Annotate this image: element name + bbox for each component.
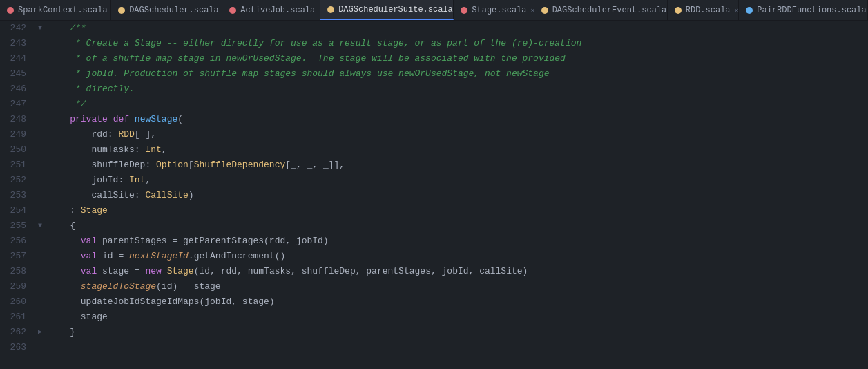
tab-DAGScheduler-scala[interactable]: DAGScheduler.scala✕ — [111, 0, 222, 20]
code-line: val stage = new Stage(id, rdd, numTasks,… — [48, 264, 868, 279]
line-number: 245 — [6, 66, 26, 82]
fold-col: ▼▼▶ — [35, 21, 46, 369]
tab-file-icon — [7, 7, 14, 14]
line-number: 250 — [6, 142, 26, 158]
tab-label: DAGSchedulerSuite.scala — [338, 5, 453, 15]
code-line: callSite: CallSite) — [48, 188, 868, 203]
tab-file-icon — [229, 7, 236, 14]
line-number: 255 — [6, 218, 26, 234]
code-line: * of a shuffle map stage in newOrUsedSta… — [48, 51, 868, 66]
token: ) — [189, 188, 194, 203]
line-number: 258 — [6, 264, 26, 279]
token: (id, rdd, numTasks, shuffleDep, parentSt… — [194, 264, 528, 279]
token — [48, 249, 81, 264]
fold-indicator — [35, 279, 46, 294]
tab-SparkContext-scala[interactable]: SparkContext.scala✕ — [0, 0, 111, 20]
code-line: numTasks: Int, — [48, 142, 868, 158]
token: = — [108, 203, 119, 218]
tab-RDD-scala[interactable]: RDD.scala✕ — [668, 0, 740, 20]
tab-label: ActiveJob.scala — [240, 6, 315, 15]
code-line: { — [48, 218, 868, 234]
token: val — [81, 234, 97, 249]
line-number: 254 — [6, 203, 26, 218]
tab-DAGSchedulerEvent-scala[interactable]: DAGSchedulerEvent.scala✕ — [534, 0, 668, 20]
tab-Stage-scala[interactable]: Stage.scala✕ — [454, 0, 534, 20]
tab-close-icon[interactable]: ✕ — [735, 6, 739, 15]
line-number: 257 — [6, 249, 26, 264]
line-number: 261 — [6, 310, 26, 325]
token: : — [48, 203, 81, 218]
token: , — [145, 173, 151, 188]
fold-indicator — [35, 51, 46, 66]
fold-indicator[interactable]: ▼ — [35, 21, 46, 36]
tab-PairRDDFunctions-scala[interactable]: PairRDDFunctions.scala✕ — [739, 0, 868, 20]
tab-label: RDD.scala — [686, 6, 731, 15]
fold-indicator — [35, 203, 46, 218]
code-line: : Stage = — [48, 203, 868, 218]
token — [48, 234, 81, 249]
line-number: 246 — [6, 82, 26, 97]
fold-indicator — [35, 173, 46, 188]
token: shuffleDep: — [48, 158, 156, 173]
token: ( — [177, 112, 183, 127]
line-number: 242 — [6, 21, 26, 36]
fold-indicator — [35, 264, 46, 279]
code-line: * directly. — [48, 82, 868, 97]
tab-file-icon — [541, 7, 548, 14]
tab-label: DAGSchedulerEvent.scala — [552, 6, 667, 15]
token: stageIdToStage — [81, 279, 156, 294]
line-number: 253 — [6, 188, 26, 203]
line-number: 259 — [6, 279, 26, 294]
code-line: */ — [48, 97, 868, 112]
line-number: 247 — [6, 97, 26, 112]
fold-indicator — [35, 142, 46, 158]
token: id = — [97, 249, 129, 264]
token: newStage — [135, 112, 177, 127]
tab-DAGSchedulerSuite-scala[interactable]: DAGSchedulerSuite.scala✕ — [320, 0, 454, 20]
token: callSite: — [48, 188, 145, 203]
fold-indicator — [35, 340, 46, 355]
code-line: val parentStages = getParentStages(rdd, … — [48, 234, 868, 249]
code-container: 2422432442452462472482492502512522532542… — [0, 21, 868, 369]
fold-indicator — [35, 249, 46, 264]
token: [_], — [135, 127, 156, 142]
fold-indicator — [35, 188, 46, 203]
line-number: 243 — [6, 36, 26, 51]
left-panel: 2422432442452462472482492502512522532542… — [0, 21, 46, 369]
token: .getAndIncrement() — [189, 249, 285, 264]
tab-bar: SparkContext.scala✕DAGScheduler.scala✕Ac… — [0, 0, 868, 21]
token: Int — [145, 142, 161, 158]
code-line: stageIdToStage(id) = stage — [48, 279, 868, 294]
line-number: 260 — [6, 294, 26, 310]
token: * jobId. Production of shuffle map stage… — [48, 66, 550, 82]
fold-indicator[interactable]: ▶ — [35, 325, 46, 340]
token: { — [48, 218, 75, 234]
line-number: 256 — [6, 234, 26, 249]
token: rdd: — [48, 127, 118, 142]
code-lines: /** * Create a Stage -- either directly … — [46, 21, 868, 369]
token: Option — [156, 158, 189, 173]
line-number: 251 — [6, 158, 26, 173]
line-number: 262 — [6, 325, 26, 340]
fold-indicator — [35, 97, 46, 112]
token: parentStages = getParentStages(rdd, jobI… — [97, 234, 328, 249]
tab-label: DAGScheduler.scala — [129, 6, 219, 15]
code-line: stage — [48, 310, 868, 325]
fold-indicator — [35, 294, 46, 310]
line-number: 249 — [6, 127, 26, 142]
token — [48, 279, 81, 294]
token: * directly. — [48, 82, 135, 97]
token — [48, 21, 70, 36]
line-number: 248 — [6, 112, 26, 127]
token: Int — [129, 173, 145, 188]
token — [48, 112, 70, 127]
tab-ActiveJob-scala[interactable]: ActiveJob.scala✕ — [222, 0, 320, 20]
fold-indicator[interactable]: ▼ — [35, 218, 46, 234]
code-line: * Create a Stage -- either directly for … — [48, 36, 868, 51]
token: stage — [48, 310, 108, 325]
line-number: 263 — [6, 340, 26, 355]
token: */ — [48, 97, 86, 112]
token: jobId: — [48, 173, 129, 188]
token: (id) = stage — [156, 279, 221, 294]
token: Stage — [167, 264, 194, 279]
